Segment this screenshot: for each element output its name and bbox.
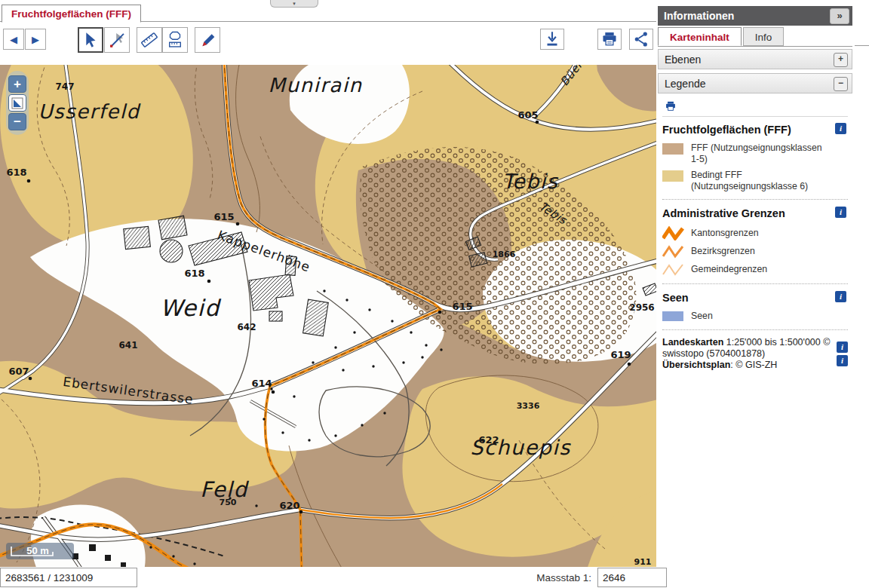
- accordion-ebenen[interactable]: Ebenen +: [658, 49, 852, 69]
- draw-pencil-icon: [198, 30, 217, 50]
- map-label: Usserfeld: [38, 100, 140, 123]
- map-document-tab[interactable]: Fruchtfolgeflächen (FFF): [2, 5, 141, 23]
- legend-item: Kantonsgrenzen: [662, 226, 848, 240]
- legend-item-label: Bezirksgrenzen: [691, 246, 755, 257]
- attribution-source-text: : © GIS-ZH: [730, 360, 777, 370]
- legend-item: Seen: [662, 311, 848, 322]
- legend-item-label: Bedingt FFF (Nutzungseignungsklasse 6): [691, 170, 831, 193]
- tab-info[interactable]: Info: [743, 27, 785, 46]
- sidebar-header: Informationen »: [658, 6, 852, 26]
- info-icon[interactable]: i: [837, 341, 848, 353]
- legend-group-seen: Seen i: [662, 291, 848, 305]
- full-extent-icon: [11, 97, 23, 109]
- measure-distance-icon: [140, 30, 159, 50]
- info-icon[interactable]: i: [837, 355, 848, 366]
- select-tool-button[interactable]: [78, 27, 103, 53]
- map-scalebar: 50 m: [6, 543, 74, 559]
- legend-dotted-divider: [662, 283, 848, 284]
- history-back-button[interactable]: ◀: [3, 29, 24, 50]
- clear-selection-tool-button[interactable]: [104, 27, 130, 53]
- map-label: 750: [220, 498, 237, 507]
- full-extent-button[interactable]: [8, 94, 26, 112]
- sidebar-informationen: Informationen » KarteninhaltInfo Ebenen …: [658, 0, 852, 588]
- map-label: 642: [237, 322, 256, 332]
- map-label: Weid: [160, 295, 220, 321]
- attribution-info-buttons: i i: [837, 341, 848, 369]
- measure-distance-tool-button[interactable]: [137, 27, 162, 53]
- download-icon: [542, 29, 562, 49]
- download-button[interactable]: [540, 29, 564, 50]
- info-icon[interactable]: i: [835, 207, 846, 218]
- accordion-legende-label: Legende: [665, 78, 706, 90]
- attribution-source-bold: Landeskarten: [662, 337, 723, 348]
- map-label: 618: [6, 167, 26, 178]
- forward-arrow-icon: ▶: [32, 35, 39, 44]
- measure-area-icon: [165, 30, 185, 50]
- map-label: 607: [8, 366, 29, 377]
- boundary-line-icon: [662, 244, 685, 259]
- legend-item-label: Kantonsgrenzen: [691, 228, 759, 239]
- zoom-in-button[interactable]: +: [8, 75, 26, 93]
- sidebar-collapse-button[interactable]: »: [830, 8, 849, 24]
- scale-input[interactable]: [597, 568, 667, 587]
- map-label: 619: [610, 349, 631, 360]
- status-bar: Massstab 1:: [0, 567, 869, 588]
- share-icon: [631, 29, 651, 49]
- info-icon[interactable]: i: [835, 291, 846, 302]
- map-document-tab-label: Fruchtfolgeflächen (FFF): [11, 8, 131, 20]
- map-label: 911: [634, 557, 652, 567]
- measure-area-tool-button[interactable]: [162, 27, 188, 53]
- accordion-legende[interactable]: Legende −: [658, 73, 852, 93]
- map-label: 1866: [493, 250, 516, 259]
- print-button[interactable]: [597, 29, 622, 50]
- back-arrow-icon: ◀: [10, 35, 17, 44]
- window-edge-divider: [855, 45, 869, 46]
- map-label: 2956: [629, 302, 654, 313]
- gis-app-window: Fruchtfolgeflächen (FFF) ▾ ◀ ▶: [0, 0, 869, 588]
- panel-collapse-handle[interactable]: ▾: [270, 0, 318, 8]
- map-label: 622: [478, 434, 499, 446]
- select-arrow-icon: [81, 30, 100, 50]
- boundary-line-icon: [662, 226, 685, 240]
- map-label: 618: [184, 268, 204, 279]
- legend-group-title: Fruchtfolgeflächen (FFF): [662, 124, 791, 136]
- legend-item: Bedingt FFF (Nutzungseignungsklasse 6): [662, 170, 848, 193]
- map-attribution: Landeskarten 1:25'000 bis 1:500'000 © sw…: [662, 337, 848, 372]
- map-label: 615: [452, 301, 472, 312]
- zoom-out-button[interactable]: −: [8, 113, 26, 130]
- legend-dotted-divider: [662, 329, 848, 330]
- legend-group-title: Administrative Grenzen: [662, 207, 785, 219]
- legend-group-grenzen: Administrative Grenzen i: [662, 207, 848, 220]
- plus-icon: +: [14, 77, 21, 92]
- history-forward-button[interactable]: ▶: [25, 29, 46, 50]
- legend-dotted-divider: [662, 199, 848, 200]
- print-legend-button[interactable]: [664, 100, 679, 113]
- legend-group-fff: Fruchtfolgeflächen (FFF) i: [662, 123, 848, 136]
- collapse-icon[interactable]: −: [834, 77, 848, 91]
- legend-item-label: Seen: [691, 311, 713, 322]
- swatch-icon: [662, 311, 685, 322]
- boundary-line-icon: [662, 262, 685, 277]
- legend-item: Gemeindegrenzen: [662, 262, 848, 277]
- zoom-control: + −: [6, 71, 29, 135]
- coordinates-display[interactable]: [0, 568, 137, 587]
- legend-item: Bezirksgrenzen: [662, 244, 848, 259]
- draw-tool-button[interactable]: [195, 27, 220, 53]
- map-canvas: [0, 65, 656, 567]
- info-icon[interactable]: i: [835, 123, 846, 134]
- expand-icon[interactable]: +: [834, 53, 848, 67]
- legend-item-label: FFF (Nutzungseignungsklassen 1-5): [691, 142, 831, 166]
- swatch-icon: [662, 142, 685, 155]
- map-label: Tebis: [502, 170, 559, 193]
- clear-selection-icon: [107, 30, 127, 50]
- map-label: 641: [118, 340, 137, 351]
- legend-item: FFF (Nutzungseignungsklassen 1-5): [662, 142, 848, 166]
- share-button[interactable]: [629, 29, 653, 50]
- printer-icon: [664, 100, 677, 113]
- map-label: 614: [251, 378, 272, 389]
- legend-divider: [662, 116, 848, 117]
- tab-karteninhalt[interactable]: Karteninhalt: [658, 27, 742, 46]
- map-label: 620: [279, 500, 299, 511]
- map-label: 605: [517, 109, 538, 121]
- map-viewport[interactable]: MunirainUsserfeldTebisWeidFeldSchuepisKa…: [0, 65, 656, 567]
